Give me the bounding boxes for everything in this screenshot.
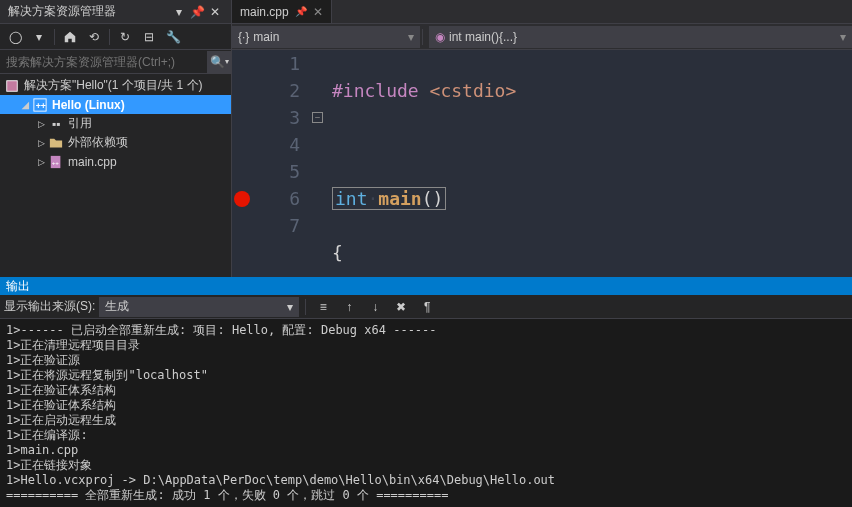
separator [54, 29, 55, 45]
line-number: 3 [252, 104, 300, 131]
function-dropdown[interactable]: ◉ int main(){...} ▾ [429, 26, 852, 48]
scope-icon: {·} [238, 30, 249, 44]
solution-label: 解决方案"Hello"(1 个项目/共 1 个) [24, 77, 203, 94]
solution-node[interactable]: 解决方案"Hello"(1 个项目/共 1 个) [0, 76, 231, 95]
pin-icon[interactable]: 📌 [189, 4, 205, 20]
close-icon[interactable]: ✕ [207, 4, 223, 20]
output-from-label: 显示输出来源(S): [4, 298, 95, 315]
home-icon[interactable] [59, 26, 81, 48]
breakpoint-gutter[interactable] [232, 50, 252, 277]
line-number: 5 [252, 158, 300, 185]
close-icon[interactable]: ✕ [313, 5, 323, 19]
solution-explorer: 解决方案资源管理器 ▾ 📌 ✕ ◯ ▾ ⟲ ↻ ⊟ 🔧 🔍▾ 解决方案 [0, 0, 232, 277]
project-node[interactable]: ◢ ++ Hello (Linux) [0, 95, 231, 114]
scope-dropdown[interactable]: {·} main ▾ [232, 26, 420, 48]
line-number: 4 [252, 131, 300, 158]
expand-icon[interactable]: ▷ [34, 138, 48, 148]
wrap-icon[interactable]: ¶ [416, 296, 438, 318]
output-title: 输出 [6, 278, 30, 295]
refresh-icon[interactable]: ↻ [114, 26, 136, 48]
goto-line-icon[interactable]: ≡ [312, 296, 334, 318]
solution-icon [4, 79, 20, 93]
expand-icon[interactable]: ◢ [18, 100, 32, 110]
separator [109, 29, 110, 45]
code-editor: main.cpp 📌 ✕ {·} main ▾ ◉ int main(){...… [232, 0, 852, 277]
panel-dropdown-icon[interactable]: ▾ [171, 4, 187, 20]
output-title-bar[interactable]: 输出 [0, 277, 852, 295]
search-input[interactable] [0, 55, 207, 69]
fold-icon[interactable]: − [312, 112, 323, 123]
file-node[interactable]: ▷ ++ main.cpp [0, 152, 231, 171]
external-deps-node[interactable]: ▷ 外部依赖项 [0, 133, 231, 152]
svg-text:++: ++ [52, 158, 60, 165]
separator [422, 29, 423, 45]
back-icon[interactable]: ◯ [4, 26, 26, 48]
output-text[interactable]: 1>------ 已启动全部重新生成: 项目: Hello, 配置: Debug… [0, 319, 852, 507]
func-icon: ◉ [435, 30, 445, 44]
references-icon: ▪▪ [48, 117, 64, 131]
func-label: int main(){...} [449, 30, 517, 44]
sync-icon[interactable]: ⟲ [83, 26, 105, 48]
nav-bar: {·} main ▾ ◉ int main(){...} ▾ [232, 24, 852, 50]
explorer-search: 🔍▾ [0, 50, 231, 74]
panel-title: 解决方案资源管理器 [8, 3, 171, 20]
pin-icon[interactable]: 📌 [295, 6, 307, 17]
prev-icon[interactable]: ↑ [338, 296, 360, 318]
file-label: main.cpp [68, 155, 117, 169]
explorer-toolbar: ◯ ▾ ⟲ ↻ ⊟ 🔧 [0, 24, 231, 50]
tab-main-cpp[interactable]: main.cpp 📌 ✕ [232, 0, 332, 23]
output-source-value: 生成 [105, 298, 129, 315]
external-label: 外部依赖项 [68, 134, 128, 151]
svg-rect-0 [7, 80, 18, 91]
back-dd-icon[interactable]: ▾ [28, 26, 50, 48]
output-toolbar: 显示输出来源(S): 生成 ▾ ≡ ↑ ↓ ✖ ¶ [0, 295, 852, 319]
output-source-dropdown[interactable]: 生成 ▾ [99, 297, 299, 317]
code-area[interactable]: 1 2 3 4 5 6 7 − #include <cstdio> int·ma… [232, 50, 852, 277]
chevron-down-icon: ▾ [287, 300, 293, 314]
references-node[interactable]: ▷ ▪▪ 引用 [0, 114, 231, 133]
collapse-icon[interactable]: ⊟ [138, 26, 160, 48]
next-icon[interactable]: ↓ [364, 296, 386, 318]
svg-text:++: ++ [36, 100, 46, 110]
fold-gutter: − [312, 50, 332, 277]
project-label: Hello (Linux) [52, 98, 125, 112]
solution-tree: 解决方案"Hello"(1 个项目/共 1 个) ◢ ++ Hello (Lin… [0, 74, 231, 173]
line-gutter: 1 2 3 4 5 6 7 [252, 50, 312, 277]
line-number: 1 [252, 50, 300, 77]
output-panel: 显示输出来源(S): 生成 ▾ ≡ ↑ ↓ ✖ ¶ 1>------ 已启动全部… [0, 295, 852, 507]
properties-icon[interactable]: 🔧 [162, 26, 184, 48]
editor-tabs: main.cpp 📌 ✕ [232, 0, 852, 24]
chevron-down-icon: ▾ [840, 30, 846, 44]
expand-icon[interactable]: ▷ [34, 157, 48, 167]
tab-label: main.cpp [240, 5, 289, 19]
folder-icon [48, 136, 64, 150]
line-number: 2 [252, 77, 300, 104]
project-icon: ++ [32, 98, 48, 112]
cpp-file-icon: ++ [48, 155, 64, 169]
references-label: 引用 [68, 115, 92, 132]
line-number: 6 [252, 185, 300, 212]
chevron-down-icon: ▾ [408, 30, 414, 44]
clear-icon[interactable]: ✖ [390, 296, 412, 318]
separator [305, 299, 306, 315]
panel-titlebar: 解决方案资源管理器 ▾ 📌 ✕ [0, 0, 231, 24]
scope-label: main [253, 30, 279, 44]
search-button[interactable]: 🔍▾ [207, 51, 231, 73]
expand-icon[interactable]: ▷ [34, 119, 48, 129]
breakpoint-icon[interactable] [234, 191, 250, 207]
code-text[interactable]: #include <cstdio> int·main() { ····print… [332, 50, 852, 277]
line-number: 7 [252, 212, 300, 239]
